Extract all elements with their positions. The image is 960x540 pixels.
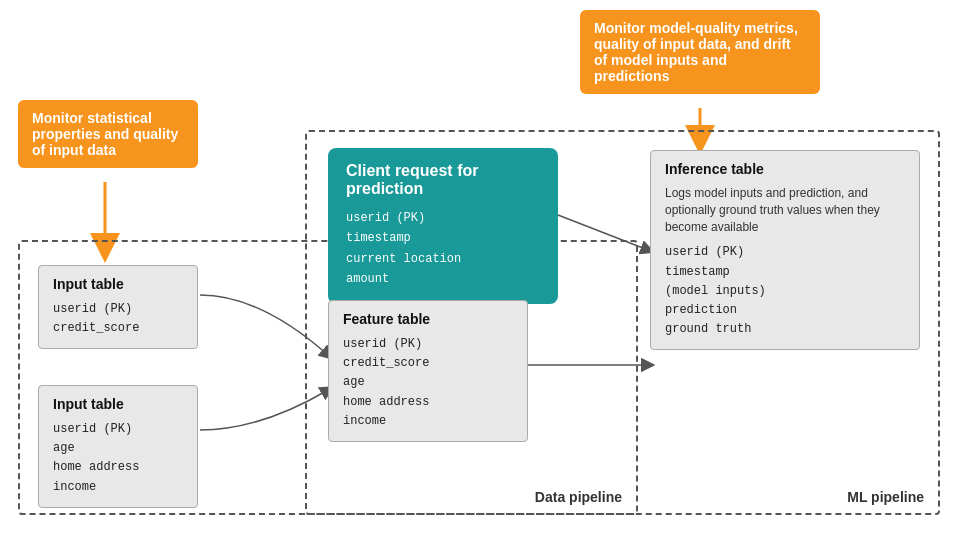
input-table-1-fields: userid (PK) credit_score [53, 300, 183, 338]
inference-table-fields: userid (PK) timestamp (model inputs) pre… [665, 243, 905, 339]
client-field-4: amount [346, 269, 540, 289]
input-table-1-title: Input table [53, 276, 183, 292]
client-request-title: Client request for prediction [346, 162, 540, 198]
inference-table-title: Inference table [665, 161, 905, 177]
feature-table-title: Feature table [343, 311, 513, 327]
feature-field-2: credit_score [343, 354, 513, 373]
input1-field-2: credit_score [53, 319, 183, 338]
feature-table-fields: userid (PK) credit_score age home addres… [343, 335, 513, 431]
input-table-2: Input table userid (PK) age home address… [38, 385, 198, 508]
input-table-2-fields: userid (PK) age home address income [53, 420, 183, 497]
callout-right: Monitor model-quality metrics, quality o… [580, 10, 820, 94]
feature-field-3: age [343, 373, 513, 392]
diagram-container: Monitor statistical properties and quali… [0, 0, 960, 540]
inference-field-3: (model inputs) [665, 282, 905, 301]
callout-right-text: Monitor model-quality metrics, quality o… [594, 20, 798, 84]
feature-field-5: income [343, 412, 513, 431]
feature-table: Feature table userid (PK) credit_score a… [328, 300, 528, 442]
inference-field-4: prediction [665, 301, 905, 320]
client-field-3: current location [346, 249, 540, 269]
input2-field-2: age [53, 439, 183, 458]
inference-table-desc: Logs model inputs and prediction, and op… [665, 185, 905, 235]
feature-field-4: home address [343, 393, 513, 412]
client-field-2: timestamp [346, 228, 540, 248]
feature-field-1: userid (PK) [343, 335, 513, 354]
callout-left-text: Monitor statistical properties and quali… [32, 110, 178, 158]
input1-field-1: userid (PK) [53, 300, 183, 319]
input-table-2-title: Input table [53, 396, 183, 412]
client-field-1: userid (PK) [346, 208, 540, 228]
input2-field-1: userid (PK) [53, 420, 183, 439]
data-pipeline-label: Data pipeline [535, 489, 622, 505]
inference-field-1: userid (PK) [665, 243, 905, 262]
inference-field-5: ground truth [665, 320, 905, 339]
inference-table: Inference table Logs model inputs and pr… [650, 150, 920, 350]
ml-pipeline-label: ML pipeline [847, 489, 924, 505]
client-request-fields: userid (PK) timestamp current location a… [346, 208, 540, 290]
client-request-box: Client request for prediction userid (PK… [328, 148, 558, 304]
inference-field-2: timestamp [665, 263, 905, 282]
input-table-1: Input table userid (PK) credit_score [38, 265, 198, 349]
input2-field-3: home address [53, 458, 183, 477]
input2-field-4: income [53, 478, 183, 497]
callout-left: Monitor statistical properties and quali… [18, 100, 198, 168]
